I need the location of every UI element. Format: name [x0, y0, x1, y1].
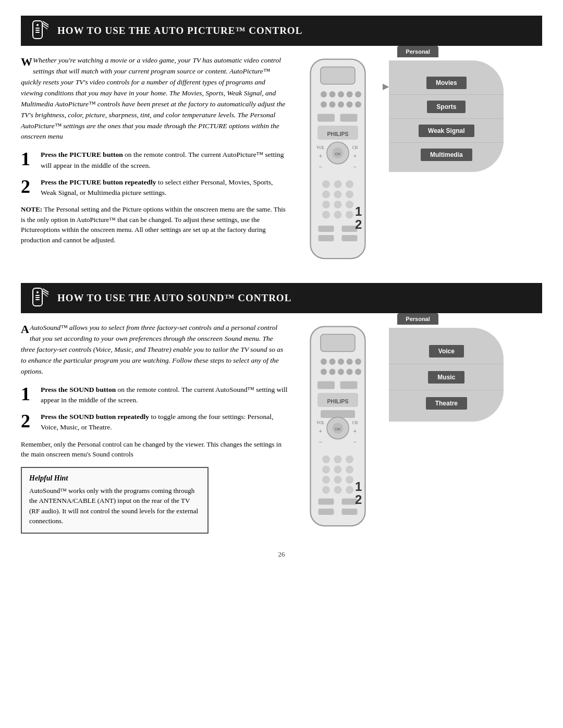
s2-step1-num: 1 [21, 385, 35, 406]
s2-step2-text: Press the SOUND button repeatedly to tog… [41, 412, 288, 433]
svg-point-39 [322, 201, 330, 208]
svg-rect-55 [35, 299, 40, 300]
section1: How to Use the Auto Picture™ Control WWh… [21, 16, 542, 268]
svg-text:PHILIPS: PHILIPS [327, 131, 349, 137]
remote-icon2 [30, 287, 50, 309]
remote1-svg: PHILIPS OK VOL CH + + − − [299, 55, 377, 266]
section1-step1: 1 Press the PICTURE button on the remote… [21, 150, 288, 171]
section2-text: AAutoSound™ allows you to select from th… [21, 323, 288, 536]
option-item: Multimedia [389, 143, 504, 167]
step2-num: 2 [21, 177, 35, 199]
section2-diagram: PHILIPS OK VOL CH + + − − [299, 323, 542, 536]
options2-panel: Personal VoiceMusicTheatre [389, 328, 504, 422]
svg-rect-4 [35, 32, 40, 33]
section2-title: How to Use the Auto Sound™ Control [57, 292, 291, 304]
svg-point-94 [322, 486, 330, 494]
step2-text: Press the PICTURE button repeatedly to s… [41, 177, 288, 199]
remote2-area: PHILIPS OK VOL CH + + − − [299, 323, 380, 536]
page: How to Use the Auto Picture™ Control WWh… [0, 0, 563, 728]
svg-point-12 [338, 91, 344, 97]
svg-text:VOL: VOL [317, 421, 325, 425]
svg-text:+: + [319, 428, 323, 435]
option-item: Weak Signal [389, 119, 504, 143]
svg-text:1: 1 [355, 479, 362, 493]
svg-point-85 [322, 455, 330, 463]
note-label: NOTE: [21, 205, 42, 213]
remote-icon [30, 20, 50, 42]
section2-step1: 1 Press the SOUND button on the remote c… [21, 385, 288, 406]
section1-title: How to Use the Auto Picture™ Control [57, 25, 302, 36]
svg-point-86 [334, 455, 342, 463]
svg-point-64 [347, 359, 353, 365]
option-item: Theatre [389, 390, 504, 416]
svg-point-89 [334, 466, 342, 474]
step2-bold: Press the PICTURE button repeatedly [41, 178, 156, 186]
svg-point-19 [355, 102, 361, 108]
svg-text:2: 2 [355, 217, 362, 231]
svg-point-66 [321, 369, 327, 375]
option-item: Music [389, 364, 504, 390]
svg-text:−: − [353, 438, 357, 446]
svg-rect-100 [342, 509, 358, 515]
svg-point-33 [322, 180, 330, 188]
svg-point-65 [355, 359, 361, 365]
svg-rect-20 [317, 114, 335, 122]
option-label: Weak Signal [419, 125, 474, 137]
svg-point-16 [329, 102, 336, 108]
options2-list: VoiceMusicTheatre [389, 338, 504, 416]
svg-point-42 [322, 211, 330, 219]
helpful-hint-heading: Helpful Hint [29, 474, 200, 483]
svg-point-69 [347, 369, 353, 375]
remote1-area: PHILIPS OK VOL CH + + − − [299, 55, 380, 268]
options1-list: MoviesSportsWeak SignalMultimedia [389, 71, 504, 167]
s2-step1-bold: Press the SOUND button [41, 386, 116, 393]
drop-cap-w: W [21, 56, 32, 68]
options1-bg: Personal MoviesSportsWeak SignalMultimed… [389, 60, 504, 172]
svg-point-90 [346, 466, 353, 474]
svg-point-92 [334, 476, 342, 484]
svg-point-62 [329, 359, 336, 365]
section2: How to Use the Auto Sound™ Control AAuto… [21, 283, 542, 536]
svg-point-43 [334, 211, 342, 219]
option-label: Movies [426, 77, 467, 89]
svg-point-68 [338, 369, 344, 375]
svg-point-35 [346, 180, 353, 188]
section1-note: NOTE: The Personal setting and the Pictu… [21, 204, 288, 245]
section1-step2: 2 Press the PICTURE button repeatedly to… [21, 177, 288, 199]
svg-text:CH: CH [352, 421, 358, 425]
svg-rect-21 [340, 114, 358, 122]
svg-text:+: + [353, 153, 357, 160]
section1-text: WWhether you're watching a movie or a vi… [21, 55, 288, 268]
options2-bg: Personal VoiceMusicTheatre [389, 328, 504, 422]
section1-diagram-inner: PHILIPS OK VOL CH + + − − [299, 55, 542, 268]
section2-diagram-inner: PHILIPS OK VOL CH + + − − [299, 323, 542, 536]
section2-body: AAutoSound™ allows you to select from th… [21, 323, 542, 536]
svg-rect-99 [319, 509, 334, 515]
drop-cap-a: A [21, 324, 29, 335]
svg-line-5 [43, 21, 48, 25]
svg-rect-2 [35, 28, 40, 29]
helpful-hint-text: AutoSound™ works only with the programs … [29, 486, 200, 526]
svg-point-1 [36, 24, 39, 26]
personal-tab2: Personal [397, 313, 438, 325]
svg-text:2: 2 [355, 492, 362, 507]
svg-text:+: + [319, 153, 323, 160]
svg-text:VOL: VOL [317, 145, 325, 150]
svg-rect-97 [319, 499, 334, 505]
s2-step1-text: Press the SOUND button on the remote con… [41, 385, 288, 406]
svg-text:1: 1 [355, 204, 362, 218]
option-label: Sports [427, 101, 466, 113]
svg-text:−: − [319, 438, 323, 446]
page-number: 26 [21, 550, 542, 559]
arrows-area: ▶ [383, 81, 389, 91]
svg-point-17 [338, 102, 344, 108]
svg-text:CH: CH [352, 145, 358, 150]
svg-point-37 [334, 191, 342, 199]
svg-rect-60 [321, 335, 355, 352]
svg-rect-53 [35, 295, 40, 296]
svg-rect-54 [35, 297, 40, 298]
svg-point-41 [346, 201, 353, 208]
step1-num: 1 [21, 150, 35, 171]
svg-point-52 [36, 291, 39, 293]
svg-point-87 [346, 455, 353, 463]
